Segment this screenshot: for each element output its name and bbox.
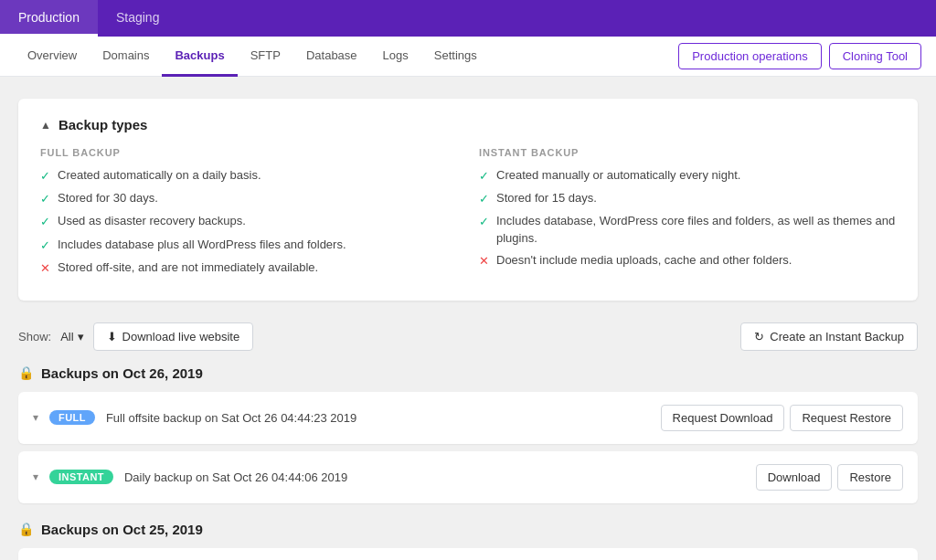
toolbar-row: Show: All ▾ ⬇ Download live website ↻ Cr…: [18, 322, 918, 351]
instant-backup-label: INSTANT BACKUP: [479, 147, 896, 158]
nav-settings[interactable]: Settings: [421, 37, 490, 77]
backup-types-card: ▲ Backup types FULL BACKUP ✓Created auto…: [18, 99, 918, 301]
check-icon: ✓: [479, 191, 489, 207]
instant-backup-features: ✓Created manually or automatically every…: [479, 167, 896, 269]
instant-backup-section: INSTANT BACKUP ✓Created manually or auto…: [479, 147, 896, 282]
tab-staging[interactable]: Staging: [98, 0, 177, 37]
backup-item: ▾INSTANTDaily backup on Sat Oct 26 04:44…: [18, 451, 918, 503]
backup-item-actions: Request DownloadRequest Restore: [661, 405, 903, 431]
backup-feature-item: ✕Stored off-site, and are not immediatel…: [40, 259, 457, 277]
backup-group: 🔒Backups on Oct 26, 2019▾FULLFull offsit…: [18, 365, 918, 503]
check-icon: ✓: [40, 238, 50, 254]
backup-item: ▾FULLFull offsite backup on Sat Oct 26 0…: [18, 392, 918, 444]
x-icon: ✕: [40, 260, 50, 277]
download-icon: ⬇: [107, 330, 117, 343]
x-icon: ✕: [479, 253, 489, 269]
backup-feature-item: ✓Includes database, WordPress core files…: [479, 213, 896, 246]
create-instant-backup-button[interactable]: ↻ Create an Instant Backup: [740, 322, 918, 351]
backup-types-header[interactable]: ▲ Backup types: [40, 117, 896, 132]
nav-overview[interactable]: Overview: [15, 37, 90, 77]
backup-types-grid: FULL BACKUP ✓Created automatically on a …: [40, 147, 896, 282]
backup-types-title: Backup types: [58, 117, 148, 132]
nav-actions: Production operations Cloning Tool: [678, 43, 921, 69]
backup-feature-item: ✓Stored for 15 days.: [479, 190, 896, 207]
nav-logs[interactable]: Logs: [370, 37, 421, 77]
expand-chevron-icon[interactable]: ▾: [33, 411, 38, 424]
cloning-tool-button[interactable]: Cloning Tool: [829, 43, 921, 69]
backup-feature-item: ✕Doesn't include media uploads, cache an…: [479, 252, 896, 269]
backup-group-date: Backups on Oct 26, 2019: [41, 365, 203, 381]
nav-sftp[interactable]: SFTP: [238, 37, 293, 77]
feature-text: Includes database plus all WordPress fil…: [58, 237, 346, 253]
main-content: ▲ Backup types FULL BACKUP ✓Created auto…: [0, 77, 936, 560]
show-label: Show:: [18, 330, 51, 343]
restore-button[interactable]: Restore: [837, 464, 903, 491]
full-backup-section: FULL BACKUP ✓Created automatically on a …: [40, 147, 457, 282]
nav-domains[interactable]: Domains: [90, 37, 162, 77]
backup-description: Full offsite backup on Sat Oct 26 04:44:…: [106, 411, 650, 425]
nav-database[interactable]: Database: [293, 37, 370, 77]
backup-feature-item: ✓Stored for 30 days.: [40, 190, 457, 207]
feature-text: Created manually or automatically every …: [496, 167, 740, 184]
feature-text: Stored for 15 days.: [496, 190, 597, 206]
backup-feature-item: ✓Includes database plus all WordPress fi…: [40, 237, 457, 254]
check-icon: ✓: [40, 168, 50, 185]
request-download-button[interactable]: Request Download: [661, 405, 785, 431]
feature-text: Doesn't include media uploads, cache and…: [496, 252, 792, 269]
feature-text: Stored off-site, and are not immediately…: [58, 259, 318, 276]
check-icon: ✓: [40, 214, 50, 230]
expand-chevron-icon[interactable]: ▾: [33, 470, 38, 483]
top-bar: Production Staging: [0, 0, 936, 37]
check-icon: ✓: [479, 214, 489, 230]
full-backup-label: FULL BACKUP: [40, 147, 457, 158]
check-icon: ✓: [40, 191, 50, 207]
feature-text: Used as disaster recovery backups.: [58, 213, 246, 229]
backup-group-date: Backups on Oct 25, 2019: [41, 522, 203, 537]
full-backup-features: ✓Created automatically on a daily basis.…: [40, 167, 457, 277]
lock-icon: 🔒: [18, 522, 34, 536]
backup-item-actions: DownloadRestore: [756, 464, 903, 491]
feature-text: Stored for 30 days.: [58, 190, 158, 206]
download-button[interactable]: Download: [756, 464, 833, 491]
request-restore-button[interactable]: Request Restore: [790, 405, 903, 431]
full-badge: FULL: [49, 410, 95, 425]
chevron-up-icon: ▲: [40, 119, 51, 132]
instant-badge: INSTANT: [49, 470, 113, 484]
nav-backups[interactable]: Backups: [162, 37, 237, 77]
backup-feature-item: ✓Used as disaster recovery backups.: [40, 213, 457, 230]
backup-groups: 🔒Backups on Oct 26, 2019▾FULLFull offsit…: [18, 365, 918, 560]
production-operations-button[interactable]: Production operations: [678, 43, 821, 69]
backup-group-header: 🔒Backups on Oct 25, 2019: [18, 522, 918, 537]
show-select[interactable]: All ▾: [60, 330, 83, 343]
feature-text: Includes database, WordPress core files …: [496, 213, 896, 246]
check-icon: ✓: [479, 168, 489, 185]
refresh-icon: ↻: [754, 330, 764, 343]
backup-group-header: 🔒Backups on Oct 26, 2019: [18, 365, 918, 381]
backup-feature-item: ✓Created automatically on a daily basis.: [40, 167, 457, 185]
lock-icon: 🔒: [18, 365, 34, 380]
backup-group: 🔒Backups on Oct 25, 2019▾FULLFull offsit…: [18, 522, 918, 560]
backup-feature-item: ✓Created manually or automatically every…: [479, 167, 896, 185]
toolbar-left: Show: All ▾ ⬇ Download live website: [18, 322, 253, 351]
secondary-nav: Overview Domains Backups SFTP Database L…: [0, 37, 936, 77]
backup-item: ▾FULLFull offsite backup on Fri Oct 25 0…: [18, 548, 918, 560]
backup-description: Daily backup on Sat Oct 26 04:44:06 2019: [124, 470, 745, 484]
download-live-website-button[interactable]: ⬇ Download live website: [93, 322, 254, 351]
tab-production[interactable]: Production: [0, 0, 98, 37]
feature-text: Created automatically on a daily basis.: [58, 167, 261, 184]
chevron-down-icon: ▾: [78, 330, 84, 343]
